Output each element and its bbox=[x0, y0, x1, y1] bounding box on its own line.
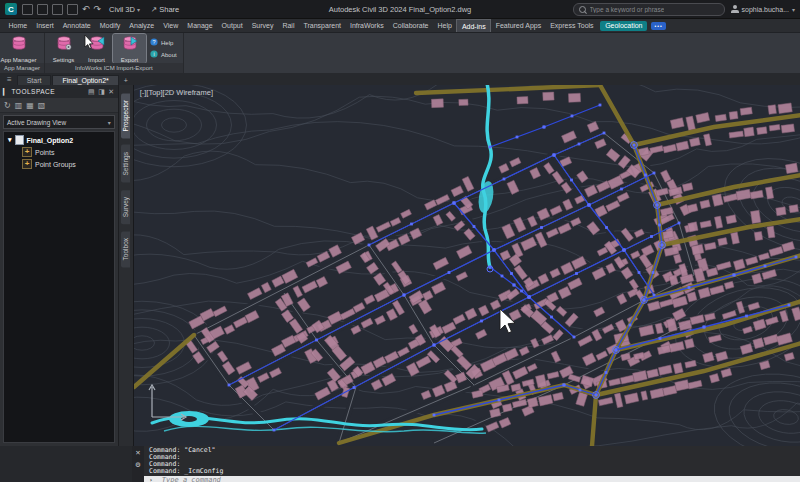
ribbon-tab-survey[interactable]: Survey bbox=[247, 19, 278, 32]
civil3d-window: C ↶↷ Civil 3D ▾ ↗ Share Autodesk Civil 3… bbox=[0, 0, 800, 482]
share-icon: ↗ bbox=[151, 5, 157, 14]
toolspace-header[interactable]: ▎ TOOLSPACE ▤ ◨ ✕ bbox=[0, 85, 118, 98]
file-tab-final-option2-[interactable]: Final_Option2* bbox=[52, 75, 118, 85]
plot-button[interactable] bbox=[67, 4, 78, 15]
view-selector-value: Active Drawing View bbox=[7, 119, 66, 126]
prospector-tree: ▾Final_Option2+Points+Point Groups bbox=[3, 131, 115, 443]
help-icon[interactable]: ▧ bbox=[38, 101, 46, 110]
db-settings-icon bbox=[56, 35, 72, 56]
customize-icon[interactable]: ⚙ bbox=[135, 461, 141, 469]
ribbon: App ManagerApp ManagerSettingsImportExpo… bbox=[0, 33, 800, 73]
ribbon-tab-add-ins[interactable]: Add-ins bbox=[456, 19, 491, 32]
model-space-canvas[interactable] bbox=[134, 85, 800, 446]
command-history-line: Command: "Cancel" bbox=[149, 447, 795, 454]
view-selector-dropdown[interactable]: Active Drawing View ▾ bbox=[3, 115, 115, 129]
tree-expand-icon[interactable]: ▾ bbox=[8, 136, 12, 144]
toolspace-tab-toolbox[interactable]: Toolbox bbox=[121, 231, 130, 267]
close-icon[interactable]: ✕ bbox=[135, 449, 140, 457]
close-icon[interactable]: ✕ bbox=[108, 88, 114, 96]
user-icon bbox=[731, 5, 739, 13]
settings-button[interactable]: Settings bbox=[47, 34, 80, 63]
ribbon-tab-insert[interactable]: Insert bbox=[32, 19, 59, 32]
chevron-down-icon: ▾ bbox=[792, 6, 795, 13]
points-icon: + bbox=[22, 147, 32, 157]
ribbon-tab-modify[interactable]: Modify bbox=[95, 19, 125, 32]
ribbon-tab-geolocation[interactable]: Geolocation bbox=[600, 21, 647, 31]
chevron-down-icon: ▾ bbox=[108, 119, 111, 126]
drawing-icon bbox=[15, 135, 24, 145]
ribbon-panel-app-manager: App ManagerApp Manager bbox=[0, 33, 45, 73]
about-button[interactable]: iAbout bbox=[150, 50, 177, 59]
ribbon-tab-transparent[interactable]: Transparent bbox=[299, 19, 345, 32]
tree-item-label: Points bbox=[35, 149, 54, 156]
db-import-icon bbox=[89, 35, 105, 56]
toolspace-tab-prospector[interactable]: Prospector bbox=[121, 93, 130, 138]
command-history-line: Command: bbox=[149, 461, 795, 468]
ribbon-tab--[interactable]: ••• bbox=[651, 22, 665, 30]
import-button[interactable]: Import bbox=[80, 34, 113, 63]
search-placeholder: Type a keyword or phrase bbox=[590, 6, 665, 13]
help-button[interactable]: ?Help bbox=[150, 38, 177, 47]
panel-label[interactable]: App Manager bbox=[0, 63, 44, 73]
bottom-left-filler bbox=[0, 446, 132, 482]
toolspace-tab-strip: ProspectorSettingsSurveyToolbox bbox=[119, 85, 134, 446]
undo-button[interactable]: ↶ bbox=[82, 5, 90, 14]
ribbon-tab-help[interactable]: Help bbox=[433, 19, 456, 32]
command-window[interactable]: ✕ ⚙ Command: "Cancel"Command:Command:Com… bbox=[132, 446, 800, 482]
toolspace-title: TOOLSPACE bbox=[12, 88, 56, 95]
ribbon-tab-manage[interactable]: Manage bbox=[183, 19, 217, 32]
palette-grip[interactable]: ▎ bbox=[3, 88, 9, 96]
toolspace-tab-survey[interactable]: Survey bbox=[121, 190, 130, 224]
refresh-icon[interactable]: ↻ bbox=[4, 101, 11, 110]
tree-item-final-option2[interactable]: ▾Final_Option2 bbox=[4, 134, 114, 146]
quick-access-toolbar: ↶↷ bbox=[22, 4, 101, 15]
tree-item-points[interactable]: +Points bbox=[4, 146, 114, 158]
drawing-area[interactable]: [-][Top][2D Wireframe] bbox=[134, 85, 800, 446]
about-icon: i bbox=[150, 50, 158, 59]
ribbon-tab-view[interactable]: View bbox=[159, 19, 183, 32]
tree-item-point-groups[interactable]: +Point Groups bbox=[4, 158, 114, 170]
app-manager-button[interactable]: App Manager bbox=[2, 34, 35, 63]
ribbon-tab-home[interactable]: Home bbox=[4, 19, 32, 32]
file-tabs-menu-icon[interactable]: ≡ bbox=[3, 75, 16, 85]
ribbon-tab-bar: HomeInsertAnnotateModifyAnalyzeViewManag… bbox=[0, 19, 800, 33]
command-input[interactable]: ›_ Type a command bbox=[144, 476, 800, 482]
new-button[interactable] bbox=[22, 4, 33, 15]
file-tab-start[interactable]: Start bbox=[17, 75, 52, 85]
ribbon-tab-rail[interactable]: Rail bbox=[278, 19, 299, 32]
panel-label[interactable]: InfoWorks ICM Import-Export bbox=[45, 63, 183, 73]
building-footprints-layer bbox=[185, 92, 800, 432]
toolspace-palette: ▎ TOOLSPACE ▤ ◨ ✕ ↻ ▥ ▦ ▧ Active Drawing… bbox=[0, 85, 119, 446]
open-button[interactable] bbox=[37, 4, 48, 15]
viewport-controls[interactable]: [-][Top][2D Wireframe] bbox=[140, 88, 213, 97]
ribbon-tab-annotate[interactable]: Annotate bbox=[58, 19, 95, 32]
ribbon-tab-infraworks[interactable]: InfraWorks bbox=[345, 19, 388, 32]
ribbon-tab-express-tools[interactable]: Express Tools bbox=[546, 19, 598, 32]
preview-icon[interactable]: ▦ bbox=[26, 101, 34, 110]
command-line-area: ✕ ⚙ Command: "Cancel"Command:Command:Com… bbox=[0, 446, 800, 482]
redo-button[interactable]: ↷ bbox=[94, 5, 102, 14]
search-box[interactable]: Type a keyword or phrase bbox=[573, 3, 725, 16]
export-button[interactable]: Export bbox=[113, 34, 146, 63]
ribbon-tab-analyze[interactable]: Analyze bbox=[125, 19, 159, 32]
point-groups-icon: + bbox=[22, 159, 32, 169]
command-history-line: Command: bbox=[149, 454, 795, 461]
user-menu[interactable]: sophia.bucha... ▾ bbox=[731, 5, 796, 13]
palette-autohide-icon[interactable]: ◨ bbox=[98, 88, 105, 96]
save-button[interactable] bbox=[52, 4, 63, 15]
ribbon-tab-output[interactable]: Output bbox=[217, 19, 247, 32]
ribbon-panel-infoworks-icm-import-export: SettingsImportExport?HelpiAboutInfoWorks… bbox=[45, 33, 184, 73]
chevron-down-icon: ▾ bbox=[137, 6, 140, 13]
new-drawing-tab-button[interactable]: + bbox=[120, 77, 132, 85]
ribbon-tab-featured-apps[interactable]: Featured Apps bbox=[491, 19, 546, 32]
share-button[interactable]: ↗ Share bbox=[148, 5, 182, 14]
toolspace-toolbar: ↻ ▥ ▦ ▧ bbox=[0, 98, 118, 113]
toolspace-tab-settings[interactable]: Settings bbox=[121, 145, 130, 183]
workspace-selector[interactable]: Civil 3D ▾ bbox=[106, 5, 143, 14]
panorama-icon[interactable]: ▥ bbox=[15, 101, 23, 110]
help-icon: ? bbox=[150, 38, 158, 47]
app-logo-icon[interactable]: C bbox=[5, 3, 17, 15]
palette-properties-icon[interactable]: ▤ bbox=[88, 88, 95, 96]
ribbon-tab-collaborate[interactable]: Collaborate bbox=[388, 19, 433, 32]
app-db-icon bbox=[11, 35, 27, 56]
